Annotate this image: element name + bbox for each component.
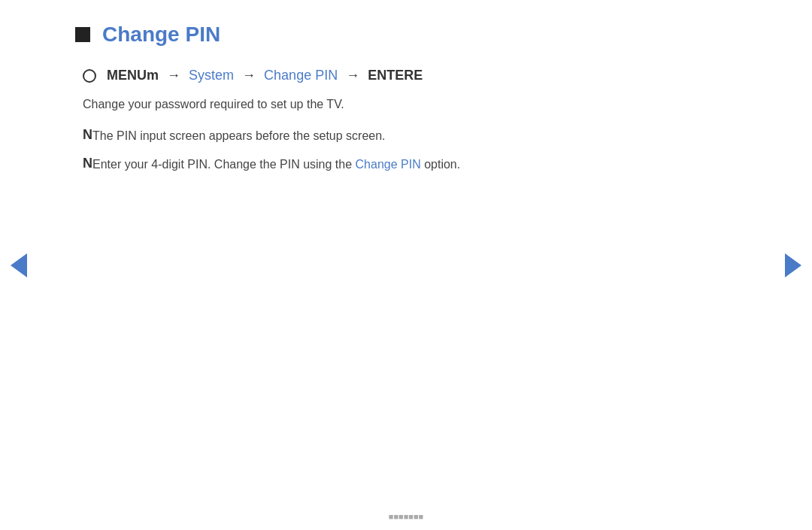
- enter-label: ENTER: [368, 68, 414, 83]
- menu-path-row: MENUm → System → Change PIN → ENTERE: [83, 68, 737, 83]
- menu-path: MENUm → System → Change PIN → ENTERE: [107, 68, 423, 83]
- note-text-2: Enter your 4-digit PIN. Change the PIN u…: [92, 156, 460, 174]
- change-pin-link: Change PIN: [264, 68, 338, 83]
- page-title: Change PIN: [102, 23, 220, 47]
- square-icon: [75, 27, 90, 42]
- note-row-1: N The PIN input screen appears before th…: [83, 127, 737, 145]
- footer-text: ■■■■■■■: [389, 512, 424, 521]
- title-row: Change PIN: [75, 23, 737, 47]
- menu-bold-label: MENUm: [107, 68, 159, 83]
- note-letter-1: N: [83, 127, 92, 143]
- note-row-2: N Enter your 4-digit PIN. Change the PIN…: [83, 156, 737, 174]
- arrow-2: →: [242, 68, 256, 83]
- content-area: Change PIN MENUm → System → Change PIN →…: [45, 0, 767, 500]
- arrow-3: →: [346, 68, 359, 83]
- description-text: Change your password required to set up …: [83, 95, 737, 114]
- note-text-2-part1: Enter your 4-digit PIN. Change the PIN u…: [92, 158, 356, 171]
- note-change-pin-link: Change PIN: [356, 158, 421, 171]
- note-text-1: The PIN input screen appears before the …: [92, 127, 386, 145]
- circle-icon: [83, 69, 96, 83]
- nav-left-button[interactable]: [11, 253, 27, 277]
- system-link: System: [189, 68, 234, 83]
- note-text-2-part3: option.: [421, 158, 460, 171]
- nav-right-button[interactable]: [785, 253, 801, 277]
- arrow-1: →: [167, 68, 180, 83]
- note-letter-2: N: [83, 156, 92, 171]
- note-text-1-content: The PIN input screen appears before the …: [92, 129, 386, 142]
- footer-content: ■■■■■■■: [389, 512, 424, 521]
- enter-suffix: E: [414, 68, 423, 83]
